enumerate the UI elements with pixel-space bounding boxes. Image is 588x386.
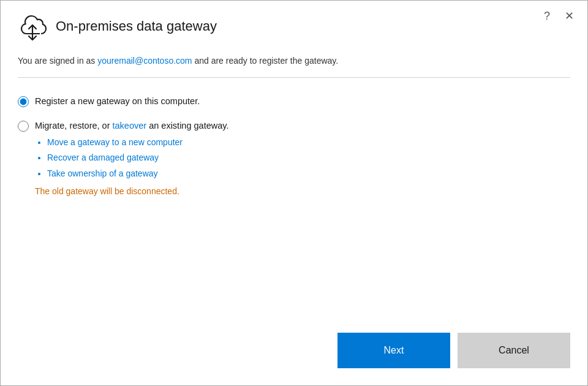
cloud-icon [18, 12, 47, 41]
migrate-label-row[interactable]: Migrate, restore, or takeover an existin… [18, 119, 228, 133]
content-area: Register a new gateway on this computer.… [1, 78, 587, 323]
footer: Next Cancel [1, 323, 587, 385]
list-item: Take ownership of a gateway [47, 167, 183, 181]
close-button[interactable]: ✕ [562, 9, 576, 23]
migrate-radio[interactable] [18, 121, 29, 132]
dialog-window: ? ✕ On-premises data gateway You are sig… [0, 0, 588, 386]
register-radio[interactable] [18, 96, 29, 107]
migrate-label-pre: Migrate, restore, or [35, 121, 113, 131]
list-item: Move a gateway to a new computer [47, 135, 183, 150]
sub-options: Move a gateway to a new computer Recover… [35, 135, 183, 198]
migrate-option: Migrate, restore, or takeover an existin… [18, 119, 570, 198]
subtitle-area: You are signed in as youremail@contoso.c… [1, 48, 587, 77]
register-option[interactable]: Register a new gateway on this computer. [18, 95, 570, 108]
help-button[interactable]: ? [541, 9, 552, 23]
cancel-button[interactable]: Cancel [458, 333, 570, 368]
subtitle-text: You are signed in as youremail@contoso.c… [18, 55, 570, 67]
sub-options-list: Move a gateway to a new computer Recover… [35, 135, 183, 181]
email-link[interactable]: youremail@contoso.com [97, 56, 192, 66]
warning-text: The old gateway will be disconnected. [35, 185, 183, 198]
title-bar: On-premises data gateway [1, 1, 587, 48]
migrate-label-text: Migrate, restore, or takeover an existin… [35, 119, 228, 133]
window-controls: ? ✕ [541, 9, 576, 23]
sub-item-move[interactable]: Move a gateway to a new computer [47, 137, 183, 147]
migrate-label-post: an existing gateway. [146, 121, 228, 131]
list-item: Recover a damaged gateway [47, 151, 183, 165]
register-label: Register a new gateway on this computer. [35, 95, 200, 108]
sub-item-recover[interactable]: Recover a damaged gateway [47, 153, 159, 162]
subtitle-prefix: You are signed in as [18, 56, 97, 66]
subtitle-suffix: and are ready to register the gateway. [192, 56, 339, 66]
sub-item-takeover[interactable]: Take ownership of a gateway [47, 168, 158, 178]
dialog-title: On-premises data gateway [56, 18, 217, 34]
next-button[interactable]: Next [337, 333, 450, 368]
takeover-link[interactable]: takeover [113, 121, 147, 131]
